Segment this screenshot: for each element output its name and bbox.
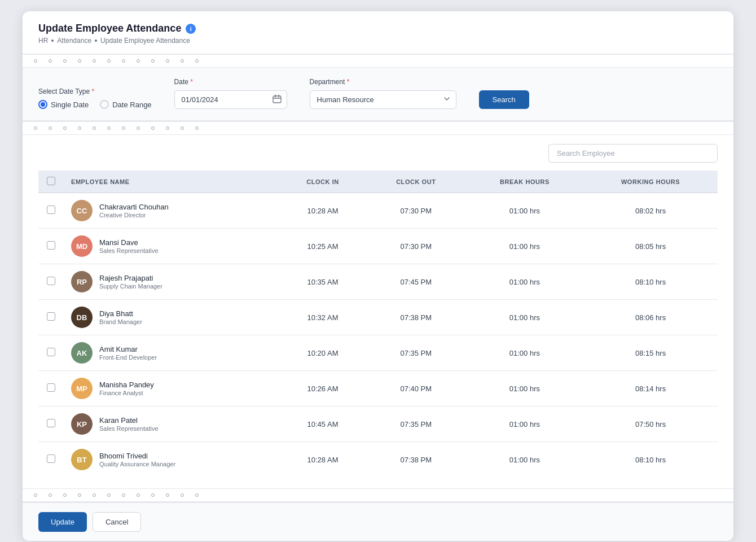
employee-info-3: DB Diya Bhatt Brand Manager [71,307,271,328]
emp-role-2: Supply Chain Manager [99,283,162,290]
dot-9 [151,59,155,63]
dot-b12 [195,493,199,497]
dot-b5 [93,493,96,497]
row-checkbox-cell [38,371,63,406]
dept-group: Department * Human Resource Sales Financ… [310,78,456,109]
break-hours-0: 01:00 hrs [466,193,583,229]
decorative-dots-mid [23,121,733,135]
col-working-hours: WORKING HOURS [583,171,718,193]
break-hours-1: 01:00 hrs [466,229,583,264]
dept-select[interactable]: Human Resource Sales Finance IT Operatio… [310,90,456,109]
emp-role-3: Brand Manager [99,318,142,325]
emp-name-5: Manisha Pandey [99,381,154,389]
clock-out-7: 07:38 PM [366,442,466,478]
radio-date-range[interactable]: Date Range [100,100,151,109]
dot-m3 [63,126,67,130]
clock-out-6: 07:35 PM [366,406,466,442]
card-header: Update Employee Attendance i HR Attendan… [23,11,733,54]
search-employee-input[interactable] [548,144,718,163]
working-hours-2: 08:10 hrs [583,264,718,300]
working-hours-3: 08:06 hrs [583,300,718,335]
breadcrumb-dot-1 [51,40,54,42]
row-checkbox-4[interactable] [47,348,55,356]
employee-text-3: Diya Bhatt Brand Manager [99,309,142,325]
emp-name-7: Bhoomi Trivedi [99,452,175,460]
working-hours-6: 07:50 hrs [583,406,718,442]
dot-m1 [34,126,37,130]
row-checkbox-cell [38,335,63,371]
radio-single-date[interactable]: Single Date [38,100,89,109]
date-type-radio-group: Single Date Date Range [38,100,152,109]
dot-6 [107,59,111,63]
calendar-icon [272,94,282,105]
select-all-checkbox[interactable] [47,177,55,185]
row-checkbox-cell [38,300,63,335]
date-input[interactable] [174,90,287,109]
date-type-group: Select Date Type * Single Date Date Rang… [38,88,152,109]
dot-b11 [181,493,184,497]
row-checkbox-0[interactable] [47,206,55,214]
employee-cell-1: MD Mansi Dave Sales Representative [63,229,279,264]
row-checkbox-5[interactable] [47,383,55,392]
breadcrumb-dot-2 [95,40,97,42]
emp-role-7: Quality Assurance Manager [99,461,175,467]
dot-m10 [166,126,169,130]
dot-m9 [151,126,155,130]
break-hours-4: 01:00 hrs [466,335,583,371]
dot-m11 [181,126,184,130]
emp-role-0: Creative Director [99,212,169,218]
working-hours-7: 08:10 hrs [583,442,718,478]
col-break-hours: BREAK HOURS [466,171,583,193]
dot-b9 [151,493,155,497]
row-checkbox-2[interactable] [47,277,55,285]
card-footer: Update Cancel [23,502,733,541]
dot-11 [181,59,184,63]
employee-text-1: Mansi Dave Sales Representative [99,238,159,254]
row-checkbox-cell [38,229,63,264]
dot-1 [34,59,37,63]
row-checkbox-cell [38,264,63,300]
clock-in-0: 10:28 AM [279,193,366,229]
employee-info-4: AK Amit Kumar Front-End Developer [71,342,271,364]
emp-role-1: Sales Representative [99,247,159,254]
table-top-bar [38,144,718,163]
date-type-label: Select Date Type * [38,88,152,95]
breadcrumb-hr: HR [38,37,48,45]
avatar-5: MP [71,378,93,399]
dot-b4 [78,493,81,497]
dot-3 [63,59,67,63]
employee-info-2: RP Rajesh Prajapati Supply Chain Manager [71,271,271,292]
row-checkbox-3[interactable] [47,312,55,321]
break-hours-6: 01:00 hrs [466,406,583,442]
dot-7 [122,59,125,63]
table-row: CC Chakravarti Chouhan Creative Director… [38,193,718,229]
emp-role-5: Finance Analyst [99,390,154,396]
clock-out-5: 07:40 PM [366,371,466,406]
col-checkbox [38,171,63,193]
radio-single-date-label: Single Date [51,100,89,109]
update-button[interactable]: Update [38,512,87,532]
dot-5 [93,59,96,63]
dot-b10 [166,493,169,497]
table-header-row: EMPLOYEE NAME CLOCK IN CLOCK OUT BREAK H… [38,171,718,193]
employee-cell-6: KP Karan Patel Sales Representative [63,406,279,442]
clock-in-6: 10:45 AM [279,406,366,442]
employee-cell-2: RP Rajesh Prajapati Supply Chain Manager [63,264,279,300]
info-icon[interactable]: i [186,24,196,34]
search-button[interactable]: Search [479,90,529,109]
row-checkbox-1[interactable] [47,241,55,250]
row-checkbox-7[interactable] [47,454,55,463]
decorative-dots-top [23,54,733,68]
employee-text-2: Rajesh Prajapati Supply Chain Manager [99,274,162,290]
dot-m12 [195,126,199,130]
employee-cell-3: DB Diya Bhatt Brand Manager [63,300,279,335]
break-hours-7: 01:00 hrs [466,442,583,478]
row-checkbox-6[interactable] [47,419,55,427]
working-hours-4: 08:15 hrs [583,335,718,371]
cancel-button[interactable]: Cancel [93,512,141,532]
row-checkbox-cell [38,406,63,442]
page-title: Update Employee Attendance i [38,23,718,34]
employee-text-0: Chakravarti Chouhan Creative Director [99,203,169,218]
avatar-4: AK [71,342,93,364]
filter-row: Select Date Type * Single Date Date Rang… [38,78,718,109]
